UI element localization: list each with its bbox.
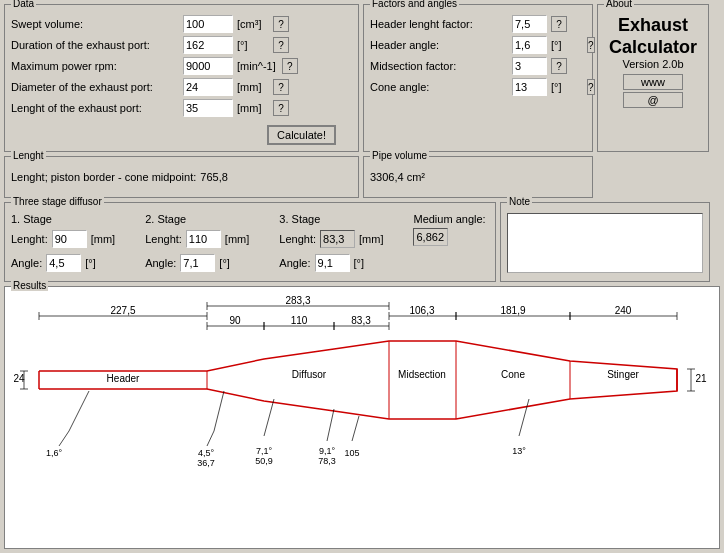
header-length-factor-help[interactable]: ?: [551, 16, 567, 32]
exhaust-duration-unit: [°]: [237, 39, 267, 51]
exhaust-duration-label: Duration of the exhaust port:: [11, 39, 181, 51]
length-label: Lenght; piston border - cone midpoint:: [11, 171, 196, 183]
data-panel-title: Data: [11, 0, 36, 9]
midsection-factor-input[interactable]: [512, 57, 547, 75]
exhaust-diameter-row: Diameter of the exhaust port: [mm] ?: [11, 78, 352, 96]
stage-1-length-row: Lenght: [mm]: [11, 230, 115, 248]
cone-angle-help[interactable]: ?: [587, 79, 595, 95]
exhaust-length-label: Lenght of the exhaust port:: [11, 102, 181, 114]
cone-angle-input[interactable]: [512, 78, 547, 96]
stage-3-angle-input[interactable]: [315, 254, 350, 272]
angle-13-label: 13°: [512, 446, 526, 456]
pos-78-3: 78,3: [318, 456, 336, 466]
svg-line-40: [264, 399, 274, 436]
dim-110-label: 110: [291, 315, 308, 326]
exhaust-diameter-unit: [mm]: [237, 81, 267, 93]
about-panel-title: About: [604, 0, 634, 9]
max-power-rpm-label: Maximum power rpm:: [11, 60, 181, 72]
pos-50-9: 50,9: [255, 456, 273, 466]
angle-9-1-label: 9,1°: [319, 446, 336, 456]
note-textarea[interactable]: [507, 213, 703, 273]
stage-3-title: 3. Stage: [279, 213, 383, 225]
svg-line-36: [69, 391, 89, 431]
header-angle-input[interactable]: [512, 36, 547, 54]
swept-volume-input[interactable]: [183, 15, 233, 33]
cone-angle-label: Cone angle:: [370, 81, 510, 93]
at-button[interactable]: @: [623, 92, 683, 108]
exhaust-length-help[interactable]: ?: [273, 100, 289, 116]
angle-1-6-label: 1,6°: [46, 448, 63, 458]
dim-283-label: 283,3: [285, 295, 310, 306]
swept-volume-label: Swept volume:: [11, 18, 181, 30]
stage-1-angle-input[interactable]: [46, 254, 81, 272]
svg-line-37: [59, 431, 69, 446]
app-name-line2: Calculator: [604, 37, 702, 59]
exhaust-duration-help[interactable]: ?: [273, 37, 289, 53]
header-label: Header: [107, 373, 140, 384]
midsection-factor-label: Midsection factor:: [370, 60, 510, 72]
medium-angle-label: Medium angle:: [413, 213, 485, 225]
stage-2-angle-input[interactable]: [180, 254, 215, 272]
note-panel: Note: [500, 202, 710, 282]
exhaust-diameter-help[interactable]: ?: [273, 79, 289, 95]
pos-36-7: 36,7: [197, 458, 215, 468]
stage-2-angle-label: Angle:: [145, 257, 176, 269]
max-power-rpm-help[interactable]: ?: [282, 58, 298, 74]
exhaust-duration-row: Duration of the exhaust port: [°] ?: [11, 36, 352, 54]
max-power-rpm-input[interactable]: [183, 57, 233, 75]
stage-2-title: 2. Stage: [145, 213, 249, 225]
header-length-factor-input[interactable]: [512, 15, 547, 33]
swept-volume-help[interactable]: ?: [273, 16, 289, 32]
stage-3-length-unit: [mm]: [359, 233, 383, 245]
app-name-line1: Exhaust: [604, 15, 702, 37]
header-angle-help[interactable]: ?: [587, 37, 595, 53]
diffusor-panel-title: Three stage diffusor: [11, 196, 104, 207]
stage-2-length-unit: [mm]: [225, 233, 249, 245]
midsection-factor-help[interactable]: ?: [551, 58, 567, 74]
dim-24-label: 24: [13, 373, 25, 384]
results-panel-title: Results: [11, 280, 48, 291]
svg-line-41: [327, 409, 334, 441]
dim-83-label: 83,3: [351, 315, 371, 326]
dim-240-label: 240: [615, 305, 632, 316]
app-version: Version 2.0b: [604, 58, 702, 70]
dim-21-label: 21: [695, 373, 707, 384]
stage-1-length-input[interactable]: [52, 230, 87, 248]
exhaust-length-input[interactable]: [183, 99, 233, 117]
stage-3-length-input[interactable]: [320, 230, 355, 248]
exhaust-diameter-label: Diameter of the exhaust port:: [11, 81, 181, 93]
stage-2-angle-row: Angle: [°]: [145, 254, 249, 272]
calculate-button[interactable]: Calculate!: [267, 125, 336, 145]
stage-1-angle-label: Angle:: [11, 257, 42, 269]
medium-angle-input[interactable]: [413, 228, 448, 246]
cone-label: Cone: [501, 369, 525, 380]
max-power-rpm-unit: [min^-1]: [237, 60, 276, 72]
pipe-volume-panel: Pipe volume 3306,4 cm²: [363, 156, 593, 198]
stage-2-length-label: Lenght:: [145, 233, 182, 245]
pipe-volume-title: Pipe volume: [370, 150, 429, 161]
diffusor-label: Diffusor: [292, 369, 327, 380]
header-angle-label: Header angle:: [370, 39, 510, 51]
dim-90-label: 90: [229, 315, 241, 326]
data-panel: Data Swept volume: [cm³] ? Duration of t…: [4, 4, 359, 152]
dim-181-label: 181,9: [500, 305, 525, 316]
stage-1-length-unit: [mm]: [91, 233, 115, 245]
www-button[interactable]: www: [623, 74, 683, 90]
stage-2-length-row: Lenght: [mm]: [145, 230, 249, 248]
pipe-volume-value: 3306,4 cm²: [370, 171, 425, 183]
exhaust-length-row: Lenght of the exhaust port: [mm] ?: [11, 99, 352, 117]
stage-3-block: 3. Stage Lenght: [mm] Angle: [°]: [279, 213, 383, 275]
about-panel: About Exhaust Calculator Version 2.0b ww…: [597, 4, 709, 152]
midsection-label: Midsection: [398, 369, 446, 380]
header-angle-row: Header angle: [°] ?: [370, 36, 586, 54]
stage-2-length-input[interactable]: [186, 230, 221, 248]
svg-line-43: [519, 399, 529, 436]
stage-1-angle-row: Angle: [°]: [11, 254, 115, 272]
stinger-label: Stinger: [607, 369, 639, 380]
dim-106-label: 106,3: [409, 305, 434, 316]
length-panel-title: Lenght: [11, 150, 46, 161]
exhaust-diameter-input[interactable]: [183, 78, 233, 96]
exhaust-duration-input[interactable]: [183, 36, 233, 54]
factors-panel-title: Factors and angles: [370, 0, 459, 9]
cone-angle-row: Cone angle: [°] ?: [370, 78, 586, 96]
